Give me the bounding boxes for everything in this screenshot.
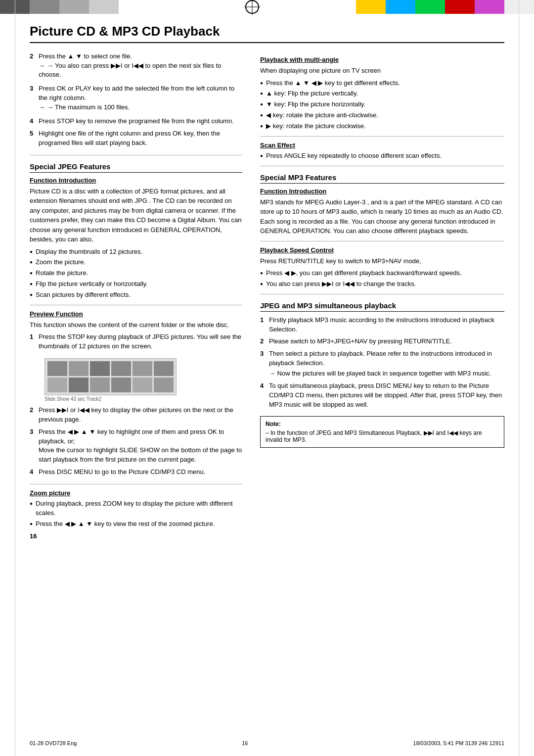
arrow-1: → You also can press ▶▶I or I◀◀ to open … <box>39 61 242 79</box>
special-mp3-heading: Special MP3 Features <box>260 173 504 184</box>
preview-step-content-2: Press ▶▶I or I◀◀ key to display the othe… <box>39 406 242 425</box>
preview-function-text: This function shows the content of the c… <box>30 320 242 330</box>
preview-step-content-1: Press the STOP key during playback of JP… <box>39 332 242 351</box>
thumb-9 <box>90 378 110 392</box>
jpeg-mp3-heading: JPEG and MP3 simultaneous playback <box>260 301 504 312</box>
divider-4 <box>260 136 504 137</box>
note-box: Note: – In the function of JPEG and MP3 … <box>260 416 504 448</box>
intro-numbered-list: 2 Press the ▲ ▼ to select one file. → Yo… <box>30 52 242 148</box>
scan-effect-subheading: Scan Effect <box>260 142 504 149</box>
main-content: 2 Press the ▲ ▼ to select one file. → Yo… <box>30 52 504 544</box>
footer-center: 16 <box>242 740 248 746</box>
jpeg-mp3-content-2: Please switch to MP3+JPEG+NAV by pressin… <box>269 337 504 346</box>
list-item-3: 3 Press OK or PLAY key to add the select… <box>30 84 242 114</box>
thumb-1 <box>47 361 67 376</box>
page-number: 16 <box>30 532 242 540</box>
bar-white3 <box>504 0 534 14</box>
jpeg-mp3-step-2: 2 Please switch to MP3+JPEG+NAV by press… <box>260 337 504 346</box>
jpeg-mp3-content-3: Then select a picture to playback. Pleas… <box>269 349 504 378</box>
multi-angle-subheading: Playback with multi-angle <box>260 56 504 63</box>
bar-green <box>415 0 445 14</box>
page-wrapper: Picture CD & MP3 CD Playback 2 Press the… <box>0 24 534 564</box>
list-num-5: 5 <box>30 129 39 148</box>
footer-left: 01-28 DVD728 Eng <box>30 740 77 746</box>
page-footer: 01-28 DVD728 Eng 16 18/03/2003, 5:41 PM … <box>0 740 534 746</box>
preview-step-3: 3 Press the ◀ ▶ ▲ ▼ key to highlight one… <box>30 427 242 465</box>
bar-light <box>89 0 119 14</box>
playback-multi-angle-section: Playback with multi-angle When displayin… <box>260 56 504 131</box>
jpeg-feature-3: Rotate the picture. <box>30 269 242 278</box>
bar-mid <box>59 0 89 14</box>
note-text: – In the function of JPEG and MP3 Simult… <box>266 429 499 443</box>
thumb-12 <box>154 378 174 392</box>
zoom-bullet-2: Press the ◀ ▶ ▲ ▼ key to view the rest o… <box>30 520 242 529</box>
jpeg-mp3-step-3: 3 Then select a picture to playback. Ple… <box>260 349 504 378</box>
multi-angle-3: ▼ key: Flip the picture horizontally. <box>260 100 504 109</box>
special-jpeg-heading: Special JPEG Features <box>30 162 242 173</box>
jpeg-feature-4: Flip the picture vertically or horizonta… <box>30 280 242 289</box>
thumb-7 <box>47 378 67 392</box>
list-content-3: Press OK or PLAY key to add the selected… <box>39 84 242 114</box>
divider-3 <box>30 484 242 484</box>
thumb-4 <box>111 361 131 376</box>
list-num-3: 3 <box>30 84 39 114</box>
thumbnail-grid-area: Slide Show 43 sec Track2 <box>44 358 242 402</box>
preview-steps-2: 2 Press ▶▶I or I◀◀ key to display the ot… <box>30 406 242 477</box>
mp3-function-intro-text: MP3 stands for MPEG Audio Layer-3 , and … <box>260 197 504 236</box>
list-num-4: 4 <box>30 117 39 126</box>
zoom-picture-list: During playback, press ZOOM key to displ… <box>30 499 242 529</box>
divider-5 <box>260 166 504 166</box>
zoom-bullet-1: During playback, press ZOOM key to displ… <box>30 499 242 518</box>
bar-yellow <box>356 0 386 14</box>
list-content-5: Highlight one file of the right column a… <box>39 129 242 148</box>
jpeg-mp3-steps: 1 Firstly playback MP3 music according t… <box>260 316 504 410</box>
jpeg-mp3-num-2: 2 <box>260 337 269 346</box>
playback-speed-subheading: Playback Speed Control <box>260 246 504 254</box>
multi-angle-intro: When displaying one picture on TV screen <box>260 66 504 76</box>
top-crosshair-area <box>237 0 267 14</box>
divider-1 <box>30 155 242 155</box>
thumb-2 <box>69 361 89 376</box>
preview-step-num-2: 2 <box>30 406 39 425</box>
mp3-function-intro-subheading: Function Introduction <box>260 188 504 195</box>
jpeg-mp3-num-1: 1 <box>260 316 269 334</box>
divider-7 <box>260 294 504 294</box>
preview-step-2: 2 Press ▶▶I or I◀◀ key to display the ot… <box>30 406 242 425</box>
multi-angle-2: ▲ key: Flip the picture vertically. <box>260 89 504 98</box>
thumb-5 <box>133 361 152 376</box>
bar-white2 <box>326 0 356 14</box>
top-bar-left <box>0 0 237 14</box>
scan-effect-section: Scan Effect Press ANGLE key repeatedly t… <box>260 142 504 161</box>
top-bar-right <box>267 0 534 14</box>
jpeg-feature-2: Zoom the picture. <box>30 258 242 267</box>
bar-pink <box>475 0 504 14</box>
jpeg-feature-5: Scan pictures by different effects. <box>30 290 242 300</box>
thumbnail-caption: Slide Show 43 sec Track2 <box>44 396 242 402</box>
jpeg-mp3-step-1: 1 Firstly playback MP3 music according t… <box>260 316 504 334</box>
special-jpeg-section: Special JPEG Features Function Introduct… <box>30 162 242 529</box>
footer-right: 18/03/2003, 5:41 PM 3139 246 12911 <box>413 740 504 746</box>
jpeg-feature-1: Display the thumbnails of 12 pictures. <box>30 247 242 257</box>
jpeg-mp3-step-4: 4 To quit simultaneous playback, press D… <box>260 381 504 410</box>
list-content-4: Press STOP key to remove the programed f… <box>39 117 242 126</box>
bar-blue <box>386 0 415 14</box>
list-item-5: 5 Highlight one file of the right column… <box>30 129 242 148</box>
bar-white <box>119 0 237 14</box>
jpeg-mp3-content-4: To quit simultaneous playback, press DIS… <box>269 381 504 410</box>
thumb-11 <box>133 378 152 392</box>
arrow-2: → The maximum is 100 files. <box>39 103 242 112</box>
divider-6 <box>260 241 504 241</box>
jpeg-features-list: Display the thumbnails of 12 pictures. Z… <box>30 247 242 300</box>
col-left: 2 Press the ▲ ▼ to select one file. → Yo… <box>30 52 242 544</box>
playback-speed-intro: Press RETURN/TITLE key to switch to MP3+… <box>260 256 504 266</box>
preview-step-content-3: Press the ◀ ▶ ▲ ▼ key to highlight one o… <box>39 427 242 465</box>
speed-bullet-1: Press ◀ ▶, you can get different playbac… <box>260 269 504 278</box>
list-item-4: 4 Press STOP key to remove the programed… <box>30 117 242 126</box>
page-border-right <box>519 0 519 756</box>
playback-speed-list: Press ◀ ▶, you can get different playbac… <box>260 269 504 289</box>
preview-step-num-4: 4 <box>30 468 39 477</box>
jpeg-mp3-content-1: Firstly playback MP3 music according to … <box>269 316 504 334</box>
thumb-6 <box>154 361 174 376</box>
bar-dark2 <box>30 0 59 14</box>
jpeg-mp3-section: JPEG and MP3 simultaneous playback 1 Fir… <box>260 301 504 448</box>
